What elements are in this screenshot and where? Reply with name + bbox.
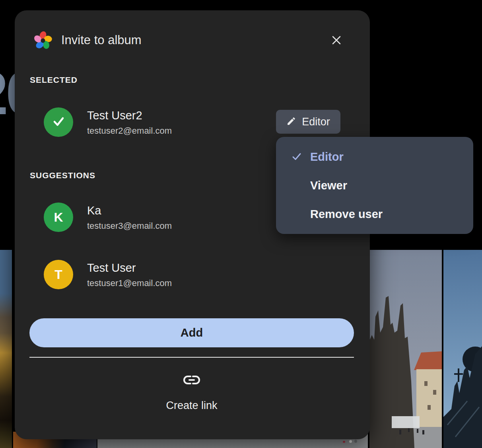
suggestion-email: testuser1@email.com: [87, 278, 172, 288]
suggestion-avatar: T: [44, 260, 73, 289]
suggestion-avatar: K: [44, 203, 73, 232]
role-menu-item-label: Remove user: [310, 208, 383, 221]
selected-user-avatar: [44, 107, 73, 137]
menu-item-spacer: [292, 180, 302, 191]
close-button[interactable]: [328, 33, 345, 49]
suggestion-row[interactable]: T Test User testuser1@email.com: [44, 260, 172, 289]
role-menu-item-label: Editor: [310, 150, 344, 164]
photo-evening-city: [0, 250, 12, 448]
selected-section-label: SELECTED: [30, 75, 78, 85]
dialog-title: Invite to album: [61, 33, 142, 47]
selected-user-name: Test User2: [87, 109, 172, 122]
suggestion-email: testuser3@email.com: [87, 220, 172, 231]
photo-detail-dot: [349, 440, 352, 443]
role-selector-button[interactable]: Editor: [276, 110, 340, 134]
role-selector-label: Editor: [302, 116, 330, 128]
role-menu-item-label: Viewer: [310, 179, 347, 192]
suggestions-section-label: SUGGESTIONS: [30, 171, 95, 180]
suggestion-name: Test User: [87, 261, 172, 275]
suggestion-row[interactable]: K Ka testuser3@email.com: [44, 203, 172, 232]
suggestion-name: Ka: [87, 204, 172, 217]
role-menu-item-editor[interactable]: Editor: [276, 142, 473, 171]
ente-flower-icon: [33, 30, 53, 51]
check-icon: [51, 114, 66, 131]
link-icon: [183, 374, 201, 388]
photo-detail-dot: [354, 440, 357, 443]
screen: 20: [0, 0, 482, 448]
avatar-letter: K: [54, 210, 63, 225]
photo-detail-dot: [343, 441, 345, 443]
selected-user-email: testuser2@email.com: [87, 125, 172, 136]
divider: [29, 357, 354, 358]
close-icon: [331, 35, 342, 47]
create-link-label: Create link: [166, 399, 217, 412]
selected-user-row: Test User2 testuser2@email.com: [44, 107, 172, 137]
avatar-letter: T: [54, 267, 62, 282]
add-button[interactable]: Add: [29, 318, 354, 347]
role-menu-item-viewer[interactable]: Viewer: [276, 171, 473, 200]
checkmark-icon: [292, 152, 302, 162]
photo-church-square: [369, 250, 442, 448]
role-menu: Editor Viewer Remove user: [276, 137, 473, 234]
menu-item-spacer: [292, 209, 302, 219]
pencil-icon: [286, 116, 296, 127]
create-link-button[interactable]: Create link: [132, 370, 251, 425]
photo-iron-gate: [443, 250, 482, 448]
role-menu-item-remove-user[interactable]: Remove user: [276, 200, 473, 228]
